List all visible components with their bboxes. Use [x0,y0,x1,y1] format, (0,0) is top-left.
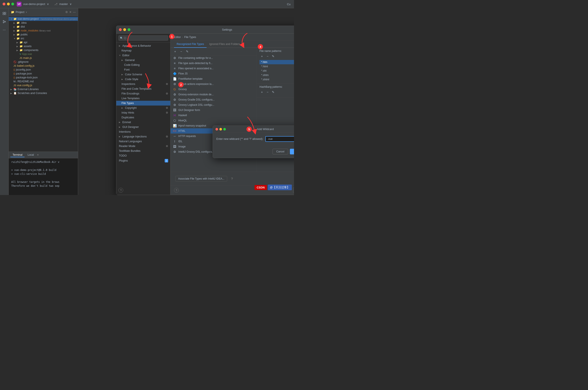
nav-item-general[interactable]: ▶ General [116,58,170,62]
structure-icon[interactable] [1,18,8,25]
nav-item-file-types[interactable]: File Types [116,101,170,105]
nav-item-gui-designer[interactable]: ▶ GUI Designer [116,125,170,129]
project-selector[interactable]: VP vue-demo-project ∨ ⎇ master ∨ [17,2,72,6]
tree-item-readme[interactable]: M↓ README.md [9,80,78,83]
tree-item-external-libs[interactable]: ▶ 📚 External Libraries [9,87,78,91]
vue-file-icon: V [20,53,21,55]
wildcard-input[interactable] [265,136,294,142]
tab-recognized-file-types[interactable]: Recognized File Types [174,41,207,48]
tree-item-root[interactable]: ▼ 📁 vue-demo-project ~/work/aina-client/… [9,17,78,21]
remove-hashbang-btn[interactable]: − [265,90,270,95]
nav-item-language-injections[interactable]: ▶ Language Injections ⚙ [116,134,170,139]
wildcard-close[interactable] [215,128,218,131]
wildcard-min[interactable] [219,128,222,131]
associate-file-types-btn[interactable]: Associate File Types with IntelliJ IDEA.… [175,176,227,182]
add-pattern-btn[interactable]: + [259,54,264,59]
nav-item-plugins[interactable]: Plugins 1 [116,158,170,163]
nav-item-editor[interactable]: ▼ Editor [116,53,170,58]
ft-item-gui-designer-form[interactable]: 🖼 GUI Designer form [170,107,257,113]
freemarker-icon: 📄 [173,77,177,81]
tree-item-package[interactable]: {} package.json [9,72,78,76]
nav-item-live-templates[interactable]: Live Templates [116,96,170,101]
project-view-icon[interactable] [1,10,8,17]
nav-item-keymap[interactable]: Keymap [116,48,170,53]
cancel-btn[interactable]: Cancel [293,187,294,193]
tab-ignored-files[interactable]: Ignored Files and Folders [207,41,243,48]
edit-filetype-btn[interactable]: ✎ [185,49,190,54]
ft-item-groovy[interactable]: G Groovy [170,87,257,92]
nav-item-inlay-hints[interactable]: Inlay Hints ⚙ [116,110,170,115]
settings-help-btn[interactable]: ? [119,188,123,193]
wildcard-ok-btn[interactable]: OK [290,149,294,154]
ft-item-freemarker[interactable]: 📄 FreeMarker template [170,76,257,81]
ft-item-groovy-gradle[interactable]: ⚙ Groovy Gradle DSL configura... [170,97,257,102]
minus-icon[interactable]: — [73,10,76,14]
pattern-item-sht[interactable]: *.sht [259,69,294,73]
ft-item-associated[interactable]: ≡ Files opened in associated a... [170,66,257,71]
tree-item-api[interactable]: ▶ 📁 api [9,40,78,44]
tree-item-package-lock[interactable]: {} package-lock.json [9,76,78,80]
edit-pattern-btn[interactable]: ✎ [271,54,276,59]
pattern-item-shtml[interactable]: *.shtml [259,77,294,82]
close-button[interactable] [2,2,5,5]
tree-item-node-modules[interactable]: ▶ 📁 node_modules library root [9,29,78,33]
pattern-item-shtm[interactable]: *.shtm [259,73,294,77]
tree-item-jsconfig[interactable]: {} jsconfig.json [9,68,78,72]
help-btn[interactable]: ? [174,188,179,193]
ft-item-groovy-logback[interactable]: ⚙ Groovy Logback DSL configu... [170,102,257,107]
nav-item-todo[interactable]: TODO [116,153,170,158]
ft-item-groovy-ext[interactable]: ⚙ Groovy extension module de... [170,92,257,97]
tree-item-app-vue[interactable]: V App.vue [9,52,78,56]
add-filetype-btn[interactable]: + [173,49,177,54]
tree-item-src[interactable]: ▼ 📁 src [9,37,78,40]
tree-item-gitignore[interactable]: 🚫 .gitignore [9,60,78,64]
tree-item-idea[interactable]: ▶ 📁 .idea [9,21,78,25]
nav-item-code-editing[interactable]: Code Editing [116,62,170,67]
folder-icon: 📁 [20,49,23,52]
add-hashbang-btn[interactable]: + [259,90,264,95]
pattern-item-htm[interactable]: *.htm [259,60,294,64]
nav-item-file-encodings[interactable]: File Encodings ⚙ [116,91,170,96]
ft-item-auto-detected[interactable]: ≡ File type auto-detected by fi... [170,61,257,66]
breadcrumb-editor[interactable]: Editor [174,36,181,39]
edit-hashbang-btn[interactable]: ✎ [271,90,276,95]
nav-item-copyright[interactable]: ▶ Copyright ⚙ [116,105,170,110]
nav-item-emmet[interactable]: ▶ Emmet [116,120,170,125]
nav-item-duplicates[interactable]: Duplicates [116,115,170,120]
terminal-tabs: Terminal Local ✕ [9,152,78,158]
tree-item-babel[interactable]: JS babel.config.js [9,64,78,68]
ft-item-flowjs[interactable]: 🔷 Flow JS [170,71,257,76]
wildcard-cancel-btn[interactable]: Cancel [273,149,288,154]
dialog-close[interactable] [119,28,122,31]
tab-local[interactable]: Local [25,153,36,157]
tree-item-assets[interactable]: ▶ 📁 assets [9,44,78,48]
wildcard-max[interactable] [223,128,226,131]
nav-item-natural-languages[interactable]: Natural Languages [116,139,170,144]
more-icon[interactable]: ··· [1,27,8,33]
annotation-2: 2 [178,82,184,87]
nav-item-textmate-bundles[interactable]: TextMate Bundles [116,148,170,153]
tree-item-public[interactable]: ▶ 📁 public [9,33,78,37]
nav-item-reader-mode[interactable]: Reader Mode ⚙ [116,144,170,148]
maximize-button[interactable] [11,2,14,5]
remove-pattern-btn[interactable]: − [265,54,270,59]
terminal-close-icon[interactable]: ✕ [37,153,39,156]
gear-icon[interactable]: ⚙ [65,10,68,14]
tab-terminal[interactable]: Terminal [10,153,25,157]
close-icon[interactable]: ✕ [69,10,72,14]
hprof-icon: 📊 [173,124,177,127]
tree-item-scratches[interactable]: ▶ 📋 Scratches and Consoles [9,91,78,95]
associate-help-icon[interactable]: ? [231,177,233,181]
nav-item-intentions[interactable]: Intentions [116,129,170,134]
folder-icon: 📁 [11,10,14,14]
tree-item-vue-config[interactable]: JS vue.config.js [9,83,78,87]
tree-item-dist[interactable]: ▶ 📁 dist [9,25,78,29]
ft-item-settings[interactable]: ⚙ File containing settings for e... [170,55,257,61]
pattern-item-html[interactable]: *.html [259,64,294,69]
minimize-button[interactable] [7,2,10,5]
wildcard-buttons: Cancel OK [213,149,294,158]
tree-item-components[interactable]: ▶ 📁 components [9,48,78,52]
folder-icon: 📁 [16,25,20,28]
remove-filetype-btn[interactable]: − [179,49,184,54]
tree-item-main-js[interactable]: JS main.js [9,56,78,60]
